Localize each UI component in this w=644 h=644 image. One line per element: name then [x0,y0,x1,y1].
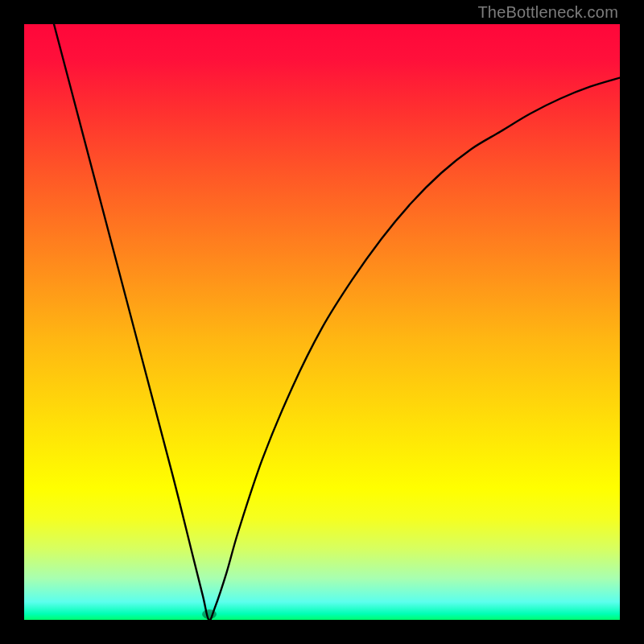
attribution-label: TheBottleneck.com [477,3,618,22]
chart-canvas: TheBottleneck.com [0,0,644,644]
bottleneck-curve [54,24,620,620]
plot-area [24,24,620,620]
curve-layer [24,24,620,620]
min-point-marker [202,609,217,619]
